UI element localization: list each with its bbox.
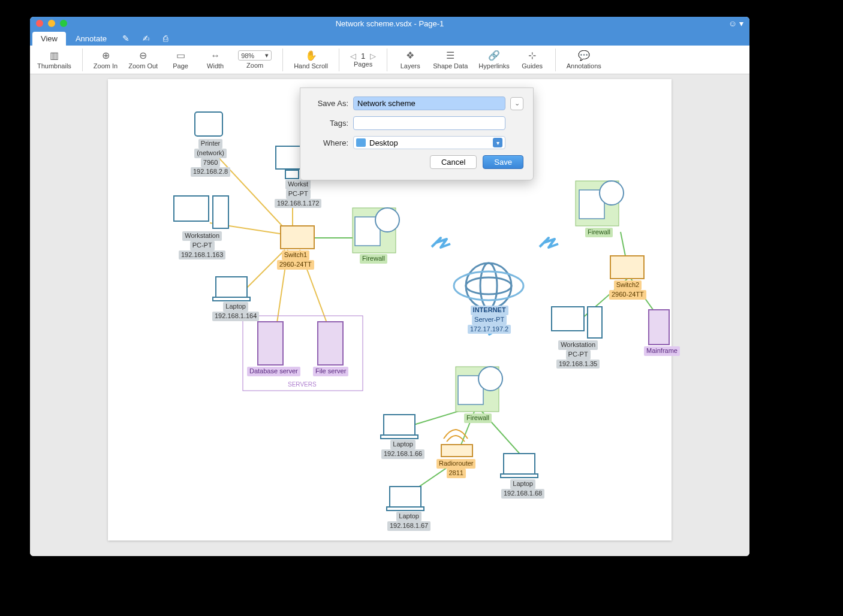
save-as-input[interactable]: [353, 96, 505, 110]
svg-rect-36: [258, 322, 283, 365]
zoom-out-icon: ⊖: [139, 50, 147, 61]
svg-rect-40: [588, 307, 602, 338]
svg-point-24: [375, 208, 399, 232]
guides-button[interactable]: ⊹Guides: [520, 50, 544, 70]
fit-page-button[interactable]: ▭Page: [168, 50, 192, 70]
fit-width-button[interactable]: ↔Width: [203, 50, 227, 70]
hand-scroll-button[interactable]: ✋Hand Scroll: [294, 50, 328, 70]
svg-rect-41: [649, 310, 669, 345]
svg-rect-30: [213, 196, 228, 228]
fileserver-label: File server: [313, 367, 348, 376]
titlebar: Network scheme.vsdx - Page-1 ☺︎ ▾: [30, 17, 749, 30]
mode-tabbar: View Annotate ✎ ✍︎ ⎙: [30, 30, 749, 46]
where-label: Where:: [310, 138, 348, 147]
tags-label: Tags:: [310, 119, 348, 128]
firewall3-label: Firewall: [464, 413, 492, 423]
svg-rect-45: [504, 454, 535, 474]
layers-button[interactable]: ❖Layers: [398, 50, 422, 70]
pen-icon[interactable]: ✎: [116, 31, 136, 46]
workstation1-label: Workstation PC-PT 192.168.1.163: [179, 231, 225, 259]
dbserver-label: Database server: [247, 367, 300, 376]
save-dialog: Save As: ⌄ Tags: Where: Desktop ▾ Cancel…: [300, 87, 534, 180]
mainframe-label: Mainframe: [644, 346, 680, 356]
zoom-in-icon: ⊕: [102, 50, 110, 61]
signature-icon[interactable]: ✍︎: [137, 31, 156, 46]
svg-rect-38: [610, 256, 644, 279]
comment-icon: 💬: [578, 50, 590, 61]
svg-point-14: [466, 263, 511, 309]
layers-icon: ❖: [406, 50, 414, 61]
hand-icon: ✋: [305, 50, 317, 61]
save-button[interactable]: Save: [483, 155, 523, 169]
svg-rect-48: [387, 507, 424, 511]
laptop2-label: Laptop 192.168.1.66: [381, 440, 424, 459]
svg-rect-44: [441, 445, 472, 457]
chevron-updown-icon: ▾: [493, 138, 502, 147]
svg-rect-43: [381, 435, 418, 439]
save-as-label: Save As:: [310, 99, 348, 108]
toolbar: ▥Thumbnails ⊕Zoom In ⊖Zoom Out ▭Page ↔Wi…: [30, 46, 749, 74]
svg-rect-34: [213, 297, 250, 301]
cancel-button[interactable]: Cancel: [430, 155, 477, 169]
svg-rect-32: [285, 170, 299, 179]
firewall2-label: Firewall: [585, 228, 613, 237]
thumbnails-button[interactable]: ▥Thumbnails: [37, 50, 71, 70]
zoom-in-button[interactable]: ⊕Zoom In: [94, 50, 118, 70]
svg-point-17: [454, 271, 523, 300]
window-title: Network scheme.vsdx - Page-1: [30, 19, 749, 28]
zoom-select[interactable]: 98%▾Zoom: [238, 50, 272, 69]
workstation2-label: Workst PC-PT 192.168.1.172: [275, 180, 321, 208]
page-number: 1: [361, 52, 365, 61]
thumbnails-icon: ▥: [50, 50, 59, 61]
laptop1-label: Laptop 192.168.1.164: [212, 302, 259, 321]
pages-nav: ◁ 1 ▷ Pages: [350, 52, 376, 68]
svg-line-11: [459, 406, 477, 451]
guides-icon: ⊹: [528, 50, 536, 61]
svg-rect-47: [390, 487, 421, 507]
switch1-label: Switch1 2960-24TT: [277, 250, 314, 270]
link-icon: 🔗: [488, 50, 500, 61]
svg-rect-42: [384, 415, 415, 435]
svg-rect-29: [174, 196, 209, 221]
svg-rect-35: [281, 226, 314, 249]
list-icon: ☰: [446, 50, 454, 61]
laptop4-label: Laptop 192.168.1.67: [387, 512, 430, 531]
svg-rect-39: [552, 307, 584, 331]
print-icon[interactable]: ⎙: [157, 31, 174, 46]
prev-page-icon[interactable]: ◁: [350, 52, 356, 61]
switch2-label: Switch2 2960-24TT: [609, 280, 646, 300]
chevron-down-icon: ▾: [265, 52, 269, 59]
svg-rect-37: [318, 322, 343, 365]
laptop3-label: Laptop 192.168.1.68: [501, 479, 544, 499]
radiorouter-label: Radiorouter 2811: [436, 459, 475, 478]
svg-rect-46: [501, 474, 538, 478]
tab-annotate[interactable]: Annotate: [67, 32, 115, 46]
svg-point-16: [480, 263, 497, 309]
expand-dialog-button[interactable]: ⌄: [510, 97, 523, 110]
annotations-button[interactable]: 💬Annotations: [567, 50, 601, 70]
svg-rect-28: [195, 112, 222, 136]
where-select[interactable]: Desktop ▾: [353, 136, 505, 149]
page-icon: ▭: [176, 50, 185, 61]
width-icon: ↔: [210, 50, 220, 61]
svg-point-15: [466, 277, 511, 294]
printer-label: Printer (network) 7960 192.168.2.8: [191, 139, 230, 177]
workstation3-label: Workstation PC-PT 192.168.1.35: [556, 340, 600, 369]
next-page-icon[interactable]: ▷: [370, 52, 376, 61]
shape-data-button[interactable]: ☰Shape Data: [433, 50, 468, 70]
folder-icon: [356, 138, 366, 147]
feedback-icon[interactable]: ☺︎ ▾: [728, 19, 743, 28]
tab-view[interactable]: View: [32, 32, 66, 46]
zoom-out-button[interactable]: ⊖Zoom Out: [128, 50, 158, 70]
firewall1-label: Firewall: [360, 254, 387, 264]
internet-label: INTERNET Server-PT 172.17.197.2: [468, 306, 511, 334]
svg-point-25: [600, 181, 624, 205]
svg-rect-33: [216, 277, 247, 297]
servers-group-label: SERVERS: [288, 381, 317, 389]
hyperlinks-button[interactable]: 🔗Hyperlinks: [478, 50, 509, 70]
svg-point-26: [478, 367, 502, 391]
tags-input[interactable]: [353, 116, 505, 130]
app-window: Network scheme.vsdx - Page-1 ☺︎ ▾ View A…: [30, 17, 749, 556]
